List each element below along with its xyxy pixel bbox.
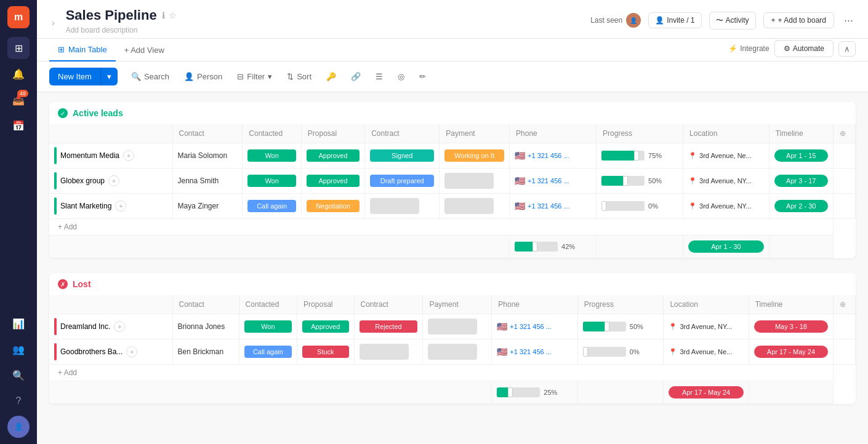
status-cell[interactable]: Approved bbox=[301, 143, 364, 168]
status-cell[interactable] bbox=[365, 194, 440, 219]
status-cell[interactable]: Won bbox=[239, 314, 297, 339]
item-name-cell[interactable]: Momentum Media + bbox=[49, 143, 172, 168]
add-to-board-button[interactable]: + + Add to board bbox=[763, 12, 834, 28]
sidebar-item-help[interactable]: ? bbox=[7, 390, 30, 412]
sort-button[interactable]: ⇅ Sort bbox=[281, 68, 318, 85]
new-item-main-button[interactable]: New Item bbox=[49, 68, 100, 85]
search-button[interactable]: 🔍 Search bbox=[125, 68, 175, 85]
status-cell[interactable]: Call again bbox=[243, 194, 301, 219]
col-phone-lost: Phone bbox=[492, 295, 578, 314]
row-add-button[interactable]: + bbox=[126, 346, 137, 357]
status-cell[interactable]: Won bbox=[243, 143, 301, 168]
status-cell[interactable]: Approved bbox=[301, 168, 364, 194]
status-cell[interactable] bbox=[354, 339, 423, 365]
new-item-dropdown-button[interactable]: ▾ bbox=[100, 68, 118, 85]
filter-label: Filter bbox=[247, 72, 265, 81]
status-cell[interactable] bbox=[440, 194, 510, 219]
main-table-label: Main Table bbox=[68, 45, 107, 54]
row-add-button[interactable]: + bbox=[108, 175, 119, 186]
location-cell[interactable]: 📍 3rd Avenue, NY... bbox=[683, 194, 770, 219]
user-avatar[interactable]: 👤 bbox=[7, 416, 30, 438]
item-name-cell[interactable]: Slant Marketing + bbox=[49, 194, 172, 219]
status-cell[interactable] bbox=[440, 168, 510, 194]
location-cell[interactable]: 📍 3rd Avenue, NY... bbox=[664, 314, 749, 339]
location-cell[interactable]: 📍 3rd Avenue, Ne... bbox=[683, 143, 770, 168]
collapse-button[interactable]: ∧ bbox=[838, 41, 856, 57]
star-icon[interactable]: ☆ bbox=[169, 10, 177, 20]
item-name-cell[interactable]: Dreamland Inc. + bbox=[49, 314, 172, 339]
status-cell[interactable]: Signed bbox=[365, 143, 440, 168]
add-row-cell[interactable]: + Add bbox=[49, 365, 834, 381]
sidebar-item-bell[interactable]: 🔔 bbox=[7, 63, 30, 85]
status-cell[interactable] bbox=[423, 339, 492, 365]
tab-main-table[interactable]: ⊞ Main Table bbox=[49, 39, 116, 61]
sidebar-toggle-button[interactable]: › bbox=[49, 15, 57, 30]
group-lost-name[interactable]: Lost bbox=[73, 279, 91, 289]
progress-cell[interactable]: 0% bbox=[597, 194, 683, 219]
status-cell[interactable]: Rejected bbox=[354, 314, 423, 339]
add-row[interactable]: + Add bbox=[49, 365, 856, 381]
phone-cell[interactable]: 🇺🇸 +1 321 456 ... bbox=[510, 168, 597, 194]
phone-cell[interactable]: 🇺🇸 +1 321 456 ... bbox=[492, 314, 578, 339]
status-cell[interactable]: Draft prepared bbox=[365, 168, 440, 194]
integrate-button[interactable]: ⚡ Integrate bbox=[728, 44, 769, 53]
phone-cell[interactable]: 🇺🇸 +1 321 456 ... bbox=[492, 339, 578, 365]
filter-button[interactable]: ⊟ Filter ▾ bbox=[231, 68, 278, 85]
group-lost-dot: ✗ bbox=[58, 279, 68, 289]
status-cell[interactable]: Negotiation bbox=[301, 194, 364, 219]
sidebar-item-search[interactable]: 🔍 bbox=[7, 364, 30, 386]
sidebar-item-calendar[interactable]: 📅 bbox=[7, 114, 30, 137]
invite-button[interactable]: 👤 Invite / 1 bbox=[648, 12, 701, 28]
col-add-lost[interactable]: ⊕ bbox=[834, 295, 856, 314]
progress-cell[interactable]: 25% bbox=[492, 381, 578, 404]
col-add-active[interactable]: ⊕ bbox=[833, 124, 855, 143]
board-description[interactable]: Add board description bbox=[66, 26, 177, 38]
status-cell[interactable]: Call again bbox=[239, 339, 297, 365]
contact-cell: Maria Solomon bbox=[172, 143, 243, 168]
add-row[interactable]: + Add bbox=[49, 219, 856, 236]
phone-cell[interactable]: 🇺🇸 +1 321 456 ... bbox=[510, 194, 597, 219]
sidebar-item-inbox[interactable]: 📥 48 bbox=[7, 89, 30, 111]
sidebar-item-people[interactable]: 👥 bbox=[7, 338, 30, 360]
item-name-cell[interactable]: Goodbrothers Ba... + bbox=[49, 339, 172, 365]
location-cell[interactable]: 📍 3rd Avenue, NY... bbox=[683, 168, 770, 194]
progress-cell[interactable]: 75% bbox=[597, 143, 683, 168]
hide-button[interactable]: 🔑 bbox=[320, 68, 342, 85]
edit-button[interactable]: ✏ bbox=[413, 68, 432, 85]
more-options-button[interactable]: ··· bbox=[842, 12, 856, 30]
status-cell[interactable] bbox=[423, 314, 492, 339]
progress-cell[interactable]: 0% bbox=[577, 339, 664, 365]
automate-button[interactable]: ⚙ Automate bbox=[774, 40, 834, 57]
row-add-button[interactable]: + bbox=[114, 321, 125, 332]
timeline-cell[interactable]: Apr 2 - 30 bbox=[769, 194, 833, 219]
add-row-cell[interactable]: + Add bbox=[49, 219, 833, 236]
item-name-cell[interactable]: Globex group + bbox=[49, 168, 172, 194]
sidebar-item-home[interactable]: ⊞ bbox=[7, 37, 30, 59]
timeline-cell[interactable]: Apr 3 - 17 bbox=[769, 168, 833, 194]
info-icon[interactable]: ℹ bbox=[162, 10, 165, 20]
link-button[interactable]: 🔗 bbox=[345, 68, 367, 85]
app-logo[interactable]: m bbox=[7, 6, 30, 28]
color-button[interactable]: ◎ bbox=[392, 68, 411, 85]
timeline-cell[interactable]: Apr 1 - 15 bbox=[769, 143, 833, 168]
progress-cell[interactable]: 50% bbox=[597, 168, 683, 194]
summary-spacer bbox=[49, 236, 510, 258]
row-add-button[interactable]: + bbox=[115, 200, 126, 212]
status-cell[interactable]: Approved bbox=[297, 314, 354, 339]
timeline-cell[interactable]: May 3 - 18 bbox=[749, 314, 834, 339]
status-cell[interactable]: Won bbox=[243, 168, 301, 194]
rows-button[interactable]: ☰ bbox=[369, 68, 389, 85]
timeline-cell[interactable]: Apr 17 - May 24 bbox=[749, 339, 834, 365]
phone-cell[interactable]: 🇺🇸 +1 321 456 ... bbox=[510, 143, 597, 168]
location-cell[interactable]: 📍 3rd Avenue, Ne... bbox=[664, 339, 749, 365]
sidebar-item-chart[interactable]: 📊 bbox=[7, 312, 30, 335]
status-cell[interactable]: Stuck bbox=[297, 339, 354, 365]
activity-button[interactable]: 〜 Activity bbox=[709, 12, 756, 30]
add-view-button[interactable]: + Add View bbox=[116, 39, 173, 61]
progress-cell[interactable]: 42% bbox=[510, 236, 597, 258]
person-filter-button[interactable]: 👤 Person bbox=[178, 68, 228, 85]
row-add-button[interactable]: + bbox=[123, 150, 134, 161]
status-cell[interactable]: Working on It bbox=[440, 143, 510, 168]
progress-cell[interactable]: 50% bbox=[577, 314, 664, 339]
group-active-name[interactable]: Active leads bbox=[73, 108, 123, 118]
